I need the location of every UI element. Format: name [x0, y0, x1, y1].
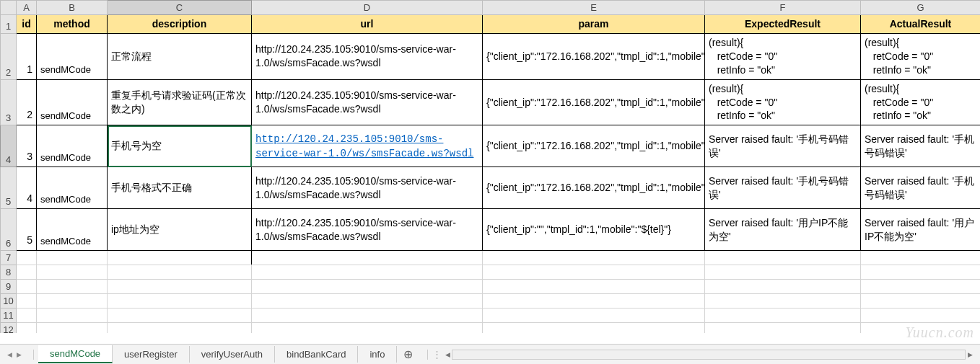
- cell-method[interactable]: sendMCode: [37, 34, 108, 80]
- empty-row[interactable]: 12: [1, 323, 981, 333]
- sheet-tab-strip: ◀ ▶ sendMCode userRegister verifyUserAut…: [0, 344, 980, 364]
- col-header-E[interactable]: E: [483, 1, 705, 15]
- row-header[interactable]: 11: [1, 308, 17, 323]
- hdr-actual[interactable]: ActualResult: [861, 15, 981, 34]
- column-header-row[interactable]: A B C D E F G: [1, 1, 981, 15]
- cell-id[interactable]: 3: [17, 125, 37, 167]
- cell-actual[interactable]: Server raised fault: '手机号码错误': [861, 167, 981, 209]
- split-handle-icon[interactable]: ⋮: [432, 349, 442, 360]
- cell-method[interactable]: sendMCode: [37, 125, 108, 167]
- empty-row[interactable]: 8: [1, 265, 981, 280]
- cell-expected[interactable]: Server raised fault: '手机号码错误': [705, 167, 861, 209]
- cell-expected[interactable]: Server raised fault: '用户IP不能为空': [705, 209, 861, 251]
- cell-param[interactable]: {"client_ip":"172.16.168.202","tmpl_id":…: [483, 125, 705, 167]
- cell-url[interactable]: http://120.24.235.105:9010/sms-service-w…: [252, 167, 483, 209]
- cell-expected[interactable]: (result){ retCode = "0" retInfo = "ok": [705, 34, 861, 80]
- row-header-3[interactable]: 3: [1, 79, 17, 125]
- col-header-G[interactable]: G: [861, 1, 981, 15]
- hdr-param[interactable]: param: [483, 15, 705, 34]
- col-header-C[interactable]: C: [108, 1, 252, 15]
- hdr-url[interactable]: url: [252, 15, 483, 34]
- row-header[interactable]: 12: [1, 323, 17, 333]
- horizontal-scrollbar[interactable]: ◀ ▶: [452, 350, 966, 360]
- url-hyperlink[interactable]: http://120.24.235.105:9010/sms-service-w…: [255, 133, 473, 159]
- cell-url[interactable]: http://120.24.235.105:9010/sms-service-w…: [252, 125, 483, 167]
- col-header-F[interactable]: F: [705, 1, 861, 15]
- cell-description[interactable]: 重复手机号请求验证码(正常次数之内): [108, 79, 252, 125]
- row-header-6[interactable]: 6: [1, 209, 17, 251]
- table-row[interactable]: 4 3 sendMCode 手机号为空 http://120.24.235.10…: [1, 125, 981, 167]
- cell-url[interactable]: http://120.24.235.105:9010/sms-service-w…: [252, 34, 483, 80]
- cell-param[interactable]: {"client_ip":"","tmpl_id":1,"mobile":"${…: [483, 209, 705, 251]
- row-header[interactable]: 7: [1, 251, 17, 265]
- tab-prev-icon[interactable]: ◀: [7, 351, 12, 358]
- tab-nav-arrows[interactable]: ◀ ▶: [0, 351, 29, 358]
- cell-url[interactable]: http://120.24.235.105:9010/sms-service-w…: [252, 209, 483, 251]
- cell-param[interactable]: {"client_ip":"172.16.168.202","tmpl_id":…: [483, 167, 705, 209]
- row-header[interactable]: 8: [1, 265, 17, 280]
- table-row[interactable]: 2 1 sendMCode 正常流程 http://120.24.235.105…: [1, 34, 981, 80]
- empty-row[interactable]: 11: [1, 308, 981, 323]
- hdr-id[interactable]: id: [17, 15, 37, 34]
- watermark-text: Yuucn.com: [906, 324, 974, 341]
- empty-row[interactable]: 10: [1, 294, 981, 308]
- cell-description-selected[interactable]: 手机号为空: [108, 125, 252, 167]
- cell-id[interactable]: 2: [17, 79, 37, 125]
- scroll-right-icon[interactable]: ▶: [965, 350, 975, 359]
- cell-id[interactable]: 5: [17, 209, 37, 251]
- cell-id[interactable]: 4: [17, 167, 37, 209]
- cell-method[interactable]: sendMCode: [37, 167, 108, 209]
- hdr-expected[interactable]: ExpectedResult: [705, 15, 861, 34]
- select-all-corner[interactable]: [1, 1, 17, 15]
- scroll-left-icon[interactable]: ◀: [442, 350, 452, 359]
- cell-actual[interactable]: (result){ retCode = "0" retInfo = "ok": [861, 34, 981, 80]
- cell-description[interactable]: 正常流程: [108, 34, 252, 80]
- hdr-description[interactable]: description: [108, 15, 252, 34]
- new-sheet-button[interactable]: ⊕: [397, 347, 419, 361]
- row-header-5[interactable]: 5: [1, 167, 17, 209]
- col-header-A[interactable]: A: [17, 1, 37, 15]
- cell-param[interactable]: {"client_ip":"172.16.168.202","tmpl_id":…: [483, 34, 705, 80]
- hdr-method[interactable]: method: [37, 15, 108, 34]
- cell-method[interactable]: sendMCode: [37, 79, 108, 125]
- empty-row[interactable]: 9: [1, 280, 981, 294]
- col-header-D[interactable]: D: [252, 1, 483, 15]
- table-header-row[interactable]: 1 id method description url param Expect…: [1, 15, 981, 34]
- cell-expected[interactable]: Server raised fault: '手机号码错误': [705, 125, 861, 167]
- tab-info[interactable]: info: [358, 346, 397, 363]
- tab-next-icon[interactable]: ▶: [17, 351, 22, 358]
- cell-url[interactable]: http://120.24.235.105:9010/sms-service-w…: [252, 79, 483, 125]
- tab-bindbankcard[interactable]: bindBankCard: [275, 346, 358, 363]
- cell-actual[interactable]: Server raised fault: '用户IP不能为空': [861, 209, 981, 251]
- spreadsheet-grid[interactable]: A B C D E F G 1 id method description ur…: [0, 0, 980, 333]
- row-header-1[interactable]: 1: [1, 15, 17, 34]
- tab-sendmcode[interactable]: sendMCode: [38, 345, 113, 363]
- row-header-2[interactable]: 2: [1, 34, 17, 80]
- tab-verifyuserauth[interactable]: verifyUserAuth: [190, 346, 275, 363]
- cell-description[interactable]: 手机号格式不正确: [108, 167, 252, 209]
- empty-row[interactable]: 7: [1, 251, 981, 265]
- cell-actual[interactable]: Server raised fault: '手机号码错误': [861, 125, 981, 167]
- cell-expected[interactable]: (result){ retCode = "0" retInfo = "ok": [705, 79, 861, 125]
- col-header-B[interactable]: B: [37, 1, 108, 15]
- row-header[interactable]: 9: [1, 280, 17, 294]
- cell-id[interactable]: 1: [17, 34, 37, 80]
- cell-actual[interactable]: (result){ retCode = "0" retInfo = "ok": [861, 79, 981, 125]
- row-header-4[interactable]: 4: [1, 125, 17, 167]
- cell-description[interactable]: ip地址为空: [108, 209, 252, 251]
- table-row[interactable]: 6 5 sendMCode ip地址为空 http://120.24.235.1…: [1, 209, 981, 251]
- row-header[interactable]: 10: [1, 294, 17, 308]
- table-row[interactable]: 5 4 sendMCode 手机号格式不正确 http://120.24.235…: [1, 167, 981, 209]
- table-row[interactable]: 3 2 sendMCode 重复手机号请求验证码(正常次数之内) http://…: [1, 79, 981, 125]
- cell-method[interactable]: sendMCode: [37, 209, 108, 251]
- cell-param[interactable]: {"client_ip":"172.16.168.202","tmpl_id":…: [483, 79, 705, 125]
- tab-userregister[interactable]: userRegister: [113, 346, 190, 363]
